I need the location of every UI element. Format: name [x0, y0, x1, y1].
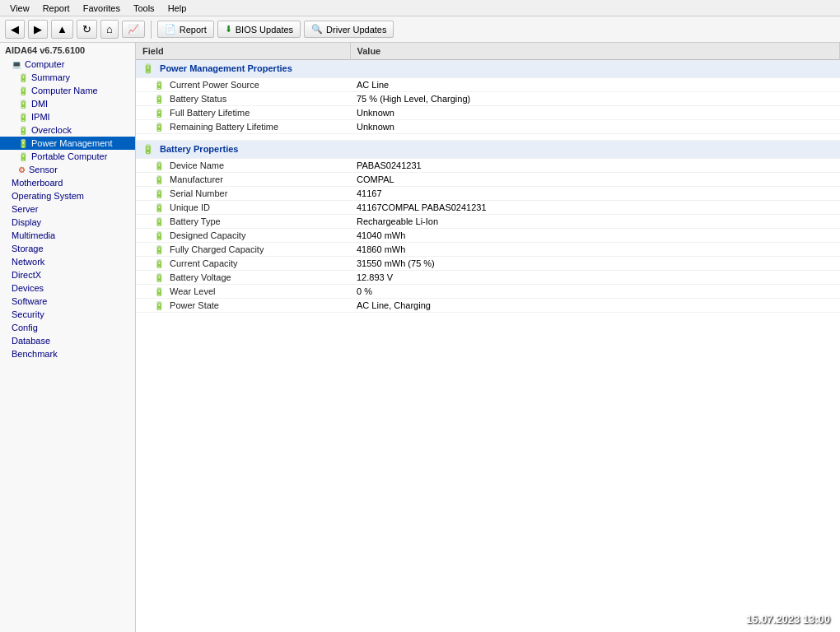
row-icon: 🔋 [154, 175, 164, 184]
sidebar-item-database[interactable]: Database [0, 334, 135, 347]
sidebar-label: Motherboard [12, 178, 63, 188]
field-value: 41040 mWh [350, 229, 840, 243]
sensor-icon: ⚙ [18, 165, 26, 174]
field-value: 41167COMPAL PABAS0241231 [350, 201, 840, 215]
portable-icon: 🔋 [18, 152, 28, 161]
nav-back-button[interactable]: ◀ [5, 20, 25, 39]
menu-view[interactable]: View [3, 2, 36, 15]
field-label: 🔋 Serial Number [136, 187, 350, 201]
toolbar-separator [151, 21, 152, 39]
nav-forward-button[interactable]: ▶ [28, 20, 48, 39]
sidebar-item-benchmark[interactable]: Benchmark [0, 347, 135, 360]
row-icon: 🔋 [154, 259, 164, 268]
table-row: 🔋 Battery Status 75 % (High Level, Charg… [136, 92, 840, 106]
sidebar-item-directx[interactable]: DirectX [0, 268, 135, 281]
field-value: 41860 mWh [350, 243, 840, 257]
table-row: 🔋 Current Capacity 31550 mWh (75 %) [136, 257, 840, 271]
sidebar-item-devices[interactable]: Devices [0, 281, 135, 295]
sidebar-label: Power Management [31, 138, 112, 148]
report-button[interactable]: 📄 Report [157, 21, 214, 38]
field-value: AC Line [350, 78, 840, 92]
ipmi-icon: 🔋 [18, 113, 28, 122]
table-row: 🔋 Full Battery Lifetime Unknown [136, 106, 840, 120]
field-value: Unknown [350, 120, 840, 134]
sidebar-label: DirectX [12, 270, 41, 280]
table-row: 🔋 Battery Voltage 12.893 V [136, 271, 840, 285]
sidebar-label: Multimedia [12, 230, 55, 240]
sidebar-item-sensor[interactable]: ⚙ Sensor [0, 163, 135, 176]
sidebar-item-computer[interactable]: 💻 Computer [0, 58, 135, 71]
app-title: AIDA64 v6.75.6100 [0, 43, 135, 58]
power-icon: 🔋 [18, 139, 28, 148]
col-value-header: Value [350, 43, 840, 60]
nav-up-button[interactable]: ▲ [51, 20, 73, 39]
table-row: 🔋 Power State AC Line, Charging [136, 299, 840, 313]
report-label: Report [180, 25, 207, 35]
sidebar-label: Summary [31, 72, 70, 82]
sidebar-label: Devices [12, 283, 44, 293]
sidebar-item-motherboard[interactable]: Motherboard [0, 176, 135, 189]
sidebar-item-dmi[interactable]: 🔋 DMI [0, 97, 135, 110]
field-value: 75 % (High Level, Charging) [350, 92, 840, 106]
field-label: 🔋 Current Power Source [136, 78, 350, 92]
sidebar-label: Portable Computer [31, 151, 107, 161]
field-value: COMPAL [350, 173, 840, 187]
table-row: 🔋 Manufacturer COMPAL [136, 173, 840, 187]
row-icon: 🔋 [154, 217, 164, 226]
section-title: Battery Properties [160, 144, 238, 154]
field-label: 🔋 Power State [136, 299, 350, 313]
sidebar-item-security[interactable]: Security [0, 308, 135, 321]
nav-home-button[interactable]: ⌂ [100, 20, 119, 39]
sidebar-item-display[interactable]: Display [0, 216, 135, 229]
content-area: Field Value 🔋 Power Management Propertie… [136, 43, 840, 632]
nav-refresh-button[interactable]: ↻ [77, 20, 97, 39]
bios-label: BIOS Updates [236, 25, 293, 35]
field-value: 12.893 V [350, 271, 840, 285]
section-icon: 🔋 [142, 63, 154, 73]
menu-help[interactable]: Help [161, 2, 194, 15]
main-layout: AIDA64 v6.75.6100 💻 Computer 🔋 Summary 🔋… [0, 43, 840, 632]
sidebar-item-os[interactable]: Operating System [0, 189, 135, 202]
sidebar-label: Operating System [12, 191, 84, 201]
field-value: Unknown [350, 106, 840, 120]
driver-updates-button[interactable]: 🔍 Driver Updates [304, 21, 394, 38]
menu-favorites[interactable]: Favorites [77, 2, 127, 15]
field-label: 🔋 Full Battery Lifetime [136, 106, 350, 120]
sidebar-label: Overclock [31, 125, 72, 135]
field-label: 🔋 Device Name [136, 159, 350, 173]
section-header-battery: 🔋 Battery Properties [136, 141, 840, 159]
sidebar-item-ipmi[interactable]: 🔋 IPMI [0, 110, 135, 123]
row-icon: 🔋 [154, 95, 164, 104]
menu-report[interactable]: Report [36, 2, 77, 15]
computername-icon: 🔋 [18, 86, 28, 95]
table-row: 🔋 Wear Level 0 % [136, 285, 840, 299]
row-icon: 🔋 [154, 189, 164, 198]
field-label: 🔋 Wear Level [136, 285, 350, 299]
dmi-icon: 🔋 [18, 100, 28, 109]
sidebar-item-portable[interactable]: 🔋 Portable Computer [0, 150, 135, 163]
row-icon: 🔋 [154, 231, 164, 240]
field-label: 🔋 Manufacturer [136, 173, 350, 187]
sidebar-label: Server [12, 204, 38, 214]
sidebar-item-storage[interactable]: Storage [0, 242, 135, 255]
sidebar-item-overclock[interactable]: 🔋 Overclock [0, 123, 135, 137]
sidebar-item-summary[interactable]: 🔋 Summary [0, 71, 135, 84]
nav-graph-button[interactable]: 📈 [122, 21, 145, 38]
sidebar-item-software[interactable]: Software [0, 295, 135, 308]
sidebar-item-multimedia[interactable]: Multimedia [0, 229, 135, 242]
toolbar: ◀ ▶ ▲ ↻ ⌂ 📈 📄 Report ⬇ BIOS Updates 🔍 Dr… [0, 16, 840, 43]
sidebar-item-config[interactable]: Config [0, 321, 135, 334]
sidebar-item-server[interactable]: Server [0, 202, 135, 216]
field-value: Rechargeable Li-Ion [350, 215, 840, 229]
row-icon: 🔋 [154, 123, 164, 132]
sidebar: AIDA64 v6.75.6100 💻 Computer 🔋 Summary 🔋… [0, 43, 136, 632]
sidebar-label: Benchmark [12, 349, 58, 359]
sidebar-item-power[interactable]: 🔋 Power Management [0, 137, 135, 150]
sidebar-item-computername[interactable]: 🔋 Computer Name [0, 84, 135, 97]
bios-updates-button[interactable]: ⬇ BIOS Updates [217, 21, 301, 38]
sidebar-label: Security [12, 309, 44, 319]
menu-tools[interactable]: Tools [127, 2, 161, 15]
computer-icon: 💻 [12, 60, 21, 69]
sidebar-item-network[interactable]: Network [0, 255, 135, 268]
field-label: 🔋 Remaining Battery Lifetime [136, 120, 350, 134]
